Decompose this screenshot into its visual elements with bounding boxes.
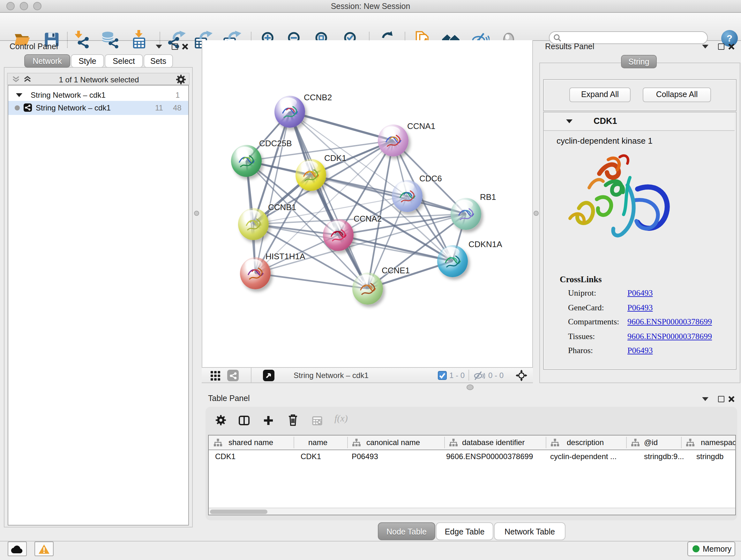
delete-table-icon (312, 416, 323, 425)
main-toolbar: ? (0, 13, 741, 41)
table-cell[interactable]: P06493 (352, 452, 378, 461)
table-panel-close-icon[interactable] (728, 396, 735, 402)
tab-network[interactable]: Network (24, 54, 70, 68)
node-label-ccnb2: CCNB2 (304, 92, 332, 102)
import-network-from-database-icon[interactable] (100, 30, 119, 49)
table-cell[interactable]: stringdb:9... (644, 452, 684, 461)
expand-all-button[interactable]: Expand All (569, 87, 630, 102)
column-divider (546, 437, 546, 448)
cytoscape-window: Session: New Session ? Control Panel Net… (0, 0, 741, 560)
control-panel-float-button[interactable] (172, 44, 178, 50)
left-splitter-handle[interactable] (194, 211, 199, 216)
function-builder-icon: f(x) (334, 413, 348, 424)
node-label-ccna2: CCNA2 (354, 214, 382, 224)
table-settings-gear-icon[interactable] (216, 415, 226, 425)
network-node-rb1[interactable] (451, 198, 481, 230)
table-header-row: shared namenamecanonical namedatabase id… (209, 435, 736, 450)
footer-separator (251, 368, 252, 382)
open-in-window-icon[interactable] (263, 370, 274, 381)
network-tree-root-row[interactable]: String Network – cdk1 1 (8, 90, 188, 101)
node-label-ccnb1: CCNB1 (268, 202, 296, 212)
memory-button[interactable]: Memory (687, 542, 735, 556)
add-column-icon[interactable] (264, 416, 273, 425)
column-header--id[interactable]: @id (644, 438, 658, 447)
selected-checkbox-icon[interactable] (438, 371, 447, 380)
table-panel-menu-button[interactable] (702, 397, 709, 401)
column-header-name[interactable]: name (308, 438, 327, 447)
horizontal-splitter-handle[interactable] (467, 384, 474, 390)
tab-network-table[interactable]: Network Table (494, 522, 565, 540)
node-label-hist1h1a: HIST1H1A (266, 252, 305, 261)
table-hscrollbar-thumb[interactable] (210, 509, 267, 514)
import-network-icon[interactable] (73, 30, 92, 49)
network-canvas[interactable]: CCNB2CCNA1CDC25BCDK1CDC6RB1CCNB1CCNA2CDK… (202, 40, 533, 367)
network-node-ccna1[interactable] (378, 125, 408, 157)
crosslink-tissues-link[interactable]: 9606.ENSP00000378699 (627, 331, 712, 341)
network-options-gear-icon[interactable] (176, 75, 186, 84)
column-header-description[interactable]: description (567, 438, 604, 447)
tree-root-label: String Network – cdk1 (30, 91, 106, 100)
results-node-section: CDK1 cyclin-dependent kinase 1 CrossLink… (543, 112, 737, 370)
import-table-icon[interactable] (130, 30, 149, 49)
tab-select[interactable]: Select (105, 54, 143, 68)
crosslink-uniprot-link[interactable]: P06493 (627, 288, 653, 298)
tab-string[interactable]: String (621, 55, 657, 68)
network-node-cdk1[interactable] (295, 159, 326, 191)
results-panel-float-button[interactable] (718, 44, 724, 50)
node-label-cdk1: CDK1 (324, 153, 346, 163)
table-cell[interactable]: 9606.ENSP00000378699 (446, 452, 533, 461)
delete-column-icon[interactable] (288, 415, 298, 426)
crosslink-genecard-link[interactable]: P06493 (627, 302, 653, 313)
column-header-database-identifier[interactable]: database identifier (462, 438, 525, 447)
table-cell[interactable]: CDK1 (300, 452, 321, 461)
node-label-ccne1: CCNE1 (382, 266, 410, 275)
network-node-cdkn1a[interactable] (437, 245, 468, 277)
network-node-ccne1[interactable] (352, 273, 383, 305)
crosslink-compartments-link[interactable]: 9606.ENSP00000378699 (627, 317, 712, 327)
column-header-shared-name[interactable]: shared name (228, 438, 273, 447)
results-actions-box: Expand All Collapse All (543, 79, 737, 111)
right-splitter-handle[interactable] (534, 211, 539, 216)
table-cell[interactable]: CDK1 (215, 452, 235, 461)
tab-sets[interactable]: Sets (144, 54, 173, 68)
network-tree-selected-row[interactable]: String Network – cdk1 11 48 (8, 101, 188, 115)
node-section-header[interactable]: CDK1 (544, 112, 735, 131)
network-node-cdc25b[interactable] (231, 145, 262, 177)
table-row[interactable]: CDK1CDK1P064939606.ENSP00000378699cyclin… (209, 449, 736, 463)
node-label-cdc6: CDC6 (419, 174, 442, 183)
show-columns-icon[interactable] (239, 416, 250, 425)
tab-edge-table[interactable]: Edge Table (436, 522, 493, 540)
network-node-ccna2[interactable] (323, 219, 354, 251)
table-panel-float-button[interactable] (718, 396, 724, 402)
tab-node-table[interactable]: Node Table (378, 522, 435, 540)
results-panel-close-icon[interactable] (728, 44, 735, 50)
network-node-hist1h1a[interactable] (240, 257, 271, 289)
network-node-cdc6[interactable] (392, 180, 422, 212)
control-panel-menu-button[interactable] (156, 45, 162, 49)
fit-selection-crosshair-icon[interactable] (516, 370, 527, 381)
network-share-icon[interactable] (227, 370, 239, 381)
section-collapse-icon[interactable] (566, 119, 572, 123)
attribute-type-icon (449, 439, 458, 446)
birds-eye-view-icon[interactable] (211, 371, 220, 381)
collapse-all-button[interactable]: Collapse All (643, 87, 711, 102)
tree-collapse-icon[interactable] (16, 93, 22, 97)
column-header-canonical-name[interactable]: canonical name (366, 438, 420, 447)
network-node-ccnb1[interactable] (238, 208, 269, 240)
footer-separator (468, 370, 469, 381)
table-panel: f(x) shared namenamecanonical namedataba… (205, 407, 737, 520)
network-node-ccnb2[interactable] (274, 96, 305, 128)
table-cell[interactable]: stringdb (696, 452, 724, 461)
results-panel-menu-button[interactable] (702, 45, 709, 49)
control-panel-close-icon[interactable] (182, 44, 188, 50)
table-hscrollbar[interactable] (209, 508, 735, 515)
node-description: cyclin-dependent kinase 1 (556, 136, 653, 145)
crosslink-label: Tissues: (568, 331, 595, 341)
tab-style[interactable]: Style (71, 54, 104, 68)
network-view-title: String Network – cdk1 (293, 371, 368, 380)
crosslink-pharos-link[interactable]: P06493 (627, 346, 653, 356)
column-header-namespace[interactable]: namespace (701, 438, 736, 447)
table-cell[interactable]: cyclin-dependent ... (550, 452, 616, 461)
cloud-status-button[interactable] (8, 542, 27, 556)
warnings-button[interactable] (35, 542, 54, 556)
